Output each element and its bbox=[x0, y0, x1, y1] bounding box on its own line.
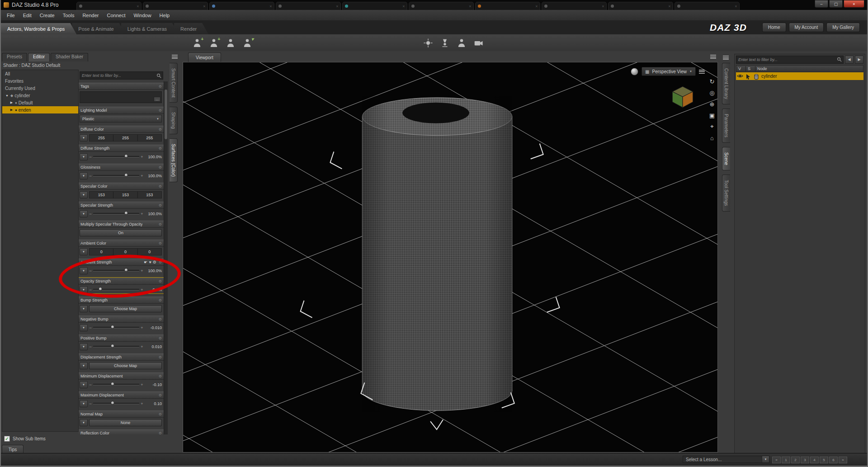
slider-decrease[interactable]: – bbox=[89, 288, 92, 292]
gear-icon[interactable]: ⚙ bbox=[159, 279, 162, 283]
slider-track[interactable] bbox=[93, 213, 139, 214]
forward-icon[interactable]: ▶ bbox=[855, 56, 863, 64]
property-header-maximum-displacement[interactable]: Maximum Displacement⚙ bbox=[79, 392, 164, 399]
color-channel-value[interactable]: 153 bbox=[137, 192, 161, 198]
pager-page-3[interactable]: 3 bbox=[801, 457, 809, 463]
property-header-opacity-strength[interactable]: Opacity Strength⚙ bbox=[79, 278, 164, 285]
param-options-button[interactable]: ▼ bbox=[80, 324, 88, 331]
property-header-tags[interactable]: Tags⚙ bbox=[79, 83, 164, 90]
scene-node-cylinder[interactable]: cylinder bbox=[736, 72, 863, 80]
menu-create[interactable]: Create bbox=[36, 10, 59, 20]
gear-icon[interactable]: ⚙ bbox=[159, 127, 162, 132]
render-camera-icon[interactable] bbox=[472, 37, 485, 49]
property-header-ambient-color[interactable]: Ambient Color⚙ bbox=[79, 240, 164, 247]
slider-increase[interactable]: + bbox=[141, 401, 143, 406]
property-header-normal-map[interactable]: Normal Map⚙ bbox=[79, 410, 164, 418]
cylinder-mesh[interactable] bbox=[362, 96, 512, 412]
param-options-button[interactable]: ▼ bbox=[80, 286, 88, 293]
property-header-glossiness[interactable]: Glossiness⚙ bbox=[79, 164, 164, 171]
viewport-3d[interactable]: ▦ Perspective View ▼ ↻◎⊕▣⌖⌂ bbox=[183, 62, 718, 453]
view-cube[interactable] bbox=[669, 82, 697, 110]
column-s[interactable]: S bbox=[746, 66, 755, 71]
slider-value[interactable]: 100.0% bbox=[145, 155, 162, 159]
spotlight-icon[interactable] bbox=[439, 37, 451, 49]
slider-increase[interactable]: + bbox=[141, 344, 143, 349]
browser-item-currently-used[interactable]: Currently Used bbox=[2, 85, 78, 92]
menu-window[interactable]: Window bbox=[129, 10, 155, 20]
activity-tab-render[interactable]: Render bbox=[174, 23, 208, 34]
param-options-button[interactable]: ▼ bbox=[80, 191, 88, 198]
viewport-tab[interactable]: Viewport bbox=[188, 52, 221, 62]
scrollbar-thumb[interactable] bbox=[165, 90, 167, 139]
slider-knob[interactable] bbox=[99, 287, 102, 291]
normal-map-map-button[interactable]: None bbox=[89, 419, 162, 426]
property-header-negative-bump[interactable]: Negative Bump⚙ bbox=[79, 316, 164, 323]
slider-increase[interactable]: + bbox=[141, 212, 143, 216]
slider-value[interactable]: 0.10 bbox=[145, 401, 162, 406]
menu-help[interactable]: Help bbox=[156, 10, 174, 20]
gear-icon[interactable]: ⚙ bbox=[159, 317, 162, 321]
lighting-model-dropdown[interactable]: Plastic▼ bbox=[80, 115, 162, 123]
wardrobe-icon[interactable]: + bbox=[208, 37, 220, 49]
viewport-canvas[interactable] bbox=[183, 62, 717, 452]
environment-icon[interactable]: ▾ bbox=[241, 37, 254, 49]
property-header-reflection-color[interactable]: Reflection Color⚙ bbox=[79, 429, 164, 434]
minimize-button[interactable]: – bbox=[815, 0, 828, 8]
show-sub-items-checkbox[interactable]: ✓ bbox=[4, 436, 10, 442]
gear-icon[interactable]: ⚙ bbox=[159, 165, 162, 170]
color-channel-value[interactable]: 0 bbox=[137, 249, 161, 255]
left-tab-shader-baker[interactable]: Shader Baker bbox=[51, 53, 88, 61]
multiply-specular-through-opacity-button[interactable]: On bbox=[80, 229, 162, 236]
menu-tools[interactable]: Tools bbox=[59, 10, 79, 20]
expand-icon[interactable]: ▼ bbox=[5, 94, 9, 97]
menu-connect[interactable]: Connect bbox=[103, 10, 130, 20]
bump-strength-map-button[interactable]: Choose Map bbox=[89, 305, 162, 312]
gear-icon[interactable]: ⚙ bbox=[159, 298, 162, 302]
slider-decrease[interactable]: – bbox=[89, 344, 92, 349]
slider-knob[interactable] bbox=[124, 268, 128, 272]
slider-decrease[interactable]: – bbox=[89, 155, 92, 159]
expand-icon[interactable]: ▶ bbox=[9, 108, 14, 112]
gear-icon[interactable]: ⚙ bbox=[159, 203, 162, 208]
slider-decrease[interactable]: – bbox=[89, 325, 92, 330]
property-header-minimum-displacement[interactable]: Minimum Displacement⚙ bbox=[79, 373, 164, 380]
gear-icon[interactable]: ⚙ bbox=[159, 393, 162, 397]
slider-knob[interactable] bbox=[124, 211, 128, 215]
orbit-icon[interactable]: ↻ bbox=[708, 78, 716, 85]
param-options-button[interactable]: ▼ bbox=[80, 381, 88, 388]
view-selector[interactable]: ▦ Perspective View ▼ bbox=[642, 67, 696, 76]
slider-value[interactable]: 0.0% bbox=[145, 288, 162, 292]
slider-decrease[interactable]: – bbox=[89, 269, 92, 273]
side-tab-tool-settings[interactable]: Tool Settings bbox=[722, 175, 730, 211]
slider-increase[interactable]: + bbox=[141, 288, 143, 292]
slider-track[interactable] bbox=[93, 175, 139, 176]
filter-input[interactable] bbox=[80, 73, 156, 78]
color-channel-value[interactable]: 255 bbox=[90, 135, 113, 141]
browser-item-all[interactable]: All bbox=[2, 70, 78, 77]
pager-page-6[interactable]: 6 bbox=[829, 457, 838, 463]
param-options-button[interactable]: ▼ bbox=[80, 153, 88, 160]
menu-edit[interactable]: Edit bbox=[19, 10, 36, 20]
color-channel-value[interactable]: 153 bbox=[90, 192, 113, 198]
menu-file[interactable]: File bbox=[3, 10, 19, 20]
expand-icon[interactable]: ▶ bbox=[9, 101, 14, 104]
param-options-button[interactable]: ▼ bbox=[80, 134, 88, 142]
pager-page-1[interactable]: 1 bbox=[782, 457, 790, 463]
settings-icon[interactable]: ⚙ bbox=[153, 260, 156, 264]
slider-increase[interactable]: + bbox=[141, 382, 143, 387]
pane-menu-icon[interactable] bbox=[172, 55, 178, 59]
slider-track[interactable] bbox=[93, 289, 139, 290]
pane-menu-icon[interactable] bbox=[723, 56, 729, 60]
point-light-icon[interactable] bbox=[455, 37, 468, 49]
slider-track[interactable] bbox=[93, 403, 139, 404]
pager-page-2[interactable]: 2 bbox=[791, 457, 800, 463]
gear-icon[interactable]: ⚙ bbox=[159, 108, 162, 113]
side-tab-scene[interactable]: Scene bbox=[722, 147, 730, 170]
distant-light-icon[interactable] bbox=[422, 37, 434, 49]
column-node[interactable]: Node bbox=[755, 66, 863, 71]
param-options-button[interactable]: ▼ bbox=[80, 362, 88, 369]
slider-increase[interactable]: + bbox=[141, 155, 143, 159]
activity-tab-actors-wardrobe-props[interactable]: Actors, Wardrobe & Props bbox=[1, 23, 76, 34]
tree-node-default[interactable]: ▶●Default bbox=[2, 99, 78, 106]
property-header-lighting-model[interactable]: Lighting Model⚙ bbox=[79, 107, 164, 114]
